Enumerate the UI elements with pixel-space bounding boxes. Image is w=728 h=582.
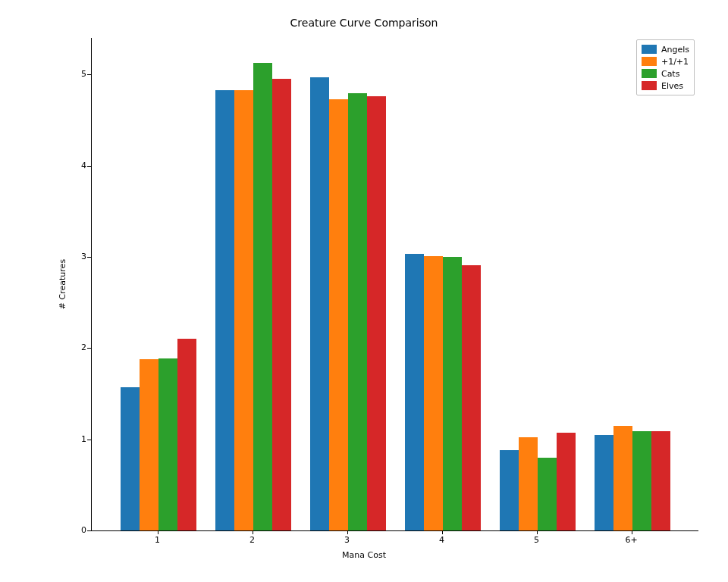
y-tick-mark (87, 257, 91, 258)
legend-label: +1/+1 (661, 57, 689, 67)
bar (272, 79, 291, 530)
legend-swatch (642, 57, 657, 66)
y-tick-mark (87, 440, 91, 440)
y-tick-label: 0 (64, 525, 86, 535)
y-tick-label: 2 (64, 343, 86, 352)
bar (310, 77, 329, 530)
legend-item: Cats (642, 67, 689, 80)
x-axis-label: Mana Cost (0, 550, 728, 560)
legend-swatch (642, 69, 657, 78)
x-tick-mark (537, 530, 538, 534)
bar (140, 359, 158, 530)
bar (651, 431, 670, 530)
legend-swatch (642, 45, 657, 54)
x-tick-mark (158, 530, 158, 534)
x-tick-mark (347, 530, 348, 534)
bar (632, 431, 651, 530)
bar (500, 450, 519, 530)
legend-label: Elves (661, 81, 683, 91)
bar (253, 63, 272, 531)
bar (158, 358, 177, 531)
legend: Angels+1/+1CatsElves (636, 39, 695, 95)
legend-item: Elves (642, 80, 689, 92)
x-tick-label: 1 (143, 535, 173, 545)
bar (424, 256, 443, 530)
x-tick-label: 5 (522, 535, 552, 545)
bar (215, 90, 234, 530)
y-tick-label: 4 (64, 161, 86, 171)
bar (462, 265, 481, 530)
y-tick-mark (87, 74, 91, 75)
x-tick-label: 2 (237, 535, 268, 545)
x-tick-label: 6+ (617, 535, 647, 545)
chart-title: Creature Curve Comparison (0, 17, 728, 29)
legend-label: Cats (661, 69, 679, 79)
bar (443, 257, 462, 530)
x-tick-mark (253, 530, 253, 534)
legend-item: Angels (642, 43, 689, 55)
bar (405, 254, 424, 530)
legend-label: Angels (661, 45, 689, 55)
bar (234, 90, 253, 530)
bar (348, 93, 367, 530)
legend-swatch (642, 81, 657, 90)
bar (367, 96, 386, 530)
bar (121, 387, 140, 530)
bar (557, 433, 576, 530)
bar (329, 99, 348, 530)
bar (595, 435, 613, 530)
x-tick-mark (632, 530, 632, 534)
bar (177, 339, 196, 530)
bar (519, 437, 538, 530)
y-axis-label: # Creatures (58, 259, 67, 309)
x-tick-label: 3 (332, 535, 362, 545)
y-tick-mark (87, 348, 91, 349)
chart-container: Creature Curve Comparison Mana Cost # Cr… (0, 0, 728, 582)
y-tick-label: 3 (64, 252, 86, 261)
y-tick-mark (87, 530, 91, 531)
legend-item: +1/+1 (642, 55, 689, 67)
y-tick-label: 5 (64, 69, 86, 79)
bar (613, 426, 632, 530)
y-tick-label: 1 (64, 434, 86, 444)
x-tick-mark (442, 530, 443, 534)
bar (538, 458, 557, 530)
x-tick-label: 4 (427, 535, 457, 545)
y-tick-mark (87, 166, 91, 167)
plot-area (91, 38, 698, 531)
